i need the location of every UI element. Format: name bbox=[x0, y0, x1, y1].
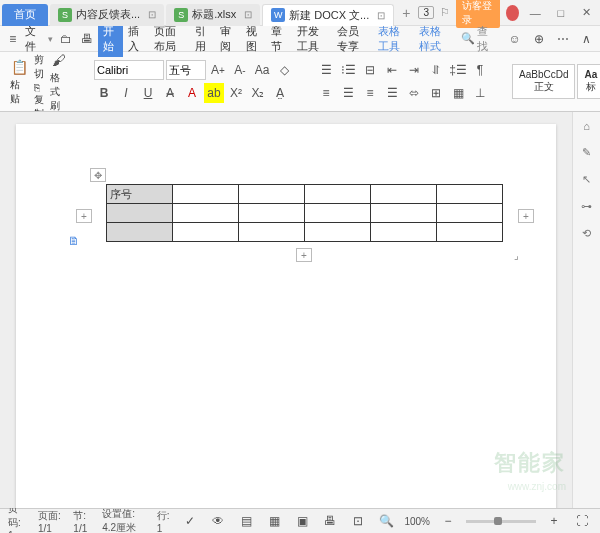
document-table[interactable]: 序号 bbox=[106, 184, 503, 242]
table-cell[interactable] bbox=[173, 204, 239, 223]
zoom-slider[interactable] bbox=[466, 520, 536, 523]
read-mode-icon[interactable]: 👁 bbox=[208, 511, 228, 531]
change-case-icon[interactable]: Aa bbox=[252, 60, 272, 80]
tab-review[interactable]: 审阅 bbox=[215, 21, 240, 57]
bold-button[interactable]: B bbox=[94, 83, 114, 103]
close-icon[interactable]: ⊡ bbox=[377, 10, 385, 21]
zoom-fit-icon[interactable]: ⊡ bbox=[348, 511, 368, 531]
tabs-button[interactable]: ⊥ bbox=[470, 83, 490, 103]
tab-section[interactable]: 章节 bbox=[266, 21, 291, 57]
fullscreen-icon[interactable]: ⛶ bbox=[572, 511, 592, 531]
borders-button[interactable]: ⊞ bbox=[426, 83, 446, 103]
strike-button[interactable]: A̶ bbox=[160, 83, 180, 103]
style-heading[interactable]: Aa 标 bbox=[577, 64, 600, 99]
message-icon[interactable]: ⚐ bbox=[440, 6, 450, 19]
app-menu-icon[interactable]: ≡ bbox=[4, 29, 21, 49]
table-cell[interactable] bbox=[239, 204, 305, 223]
format-painter-button[interactable]: 🖌 格式刷 bbox=[46, 52, 72, 112]
tab-file-1[interactable]: S 标题.xlsx ⊡ bbox=[166, 4, 260, 26]
table-move-handle[interactable]: ✥ bbox=[90, 168, 106, 182]
cursor-icon[interactable]: ↖ bbox=[582, 173, 591, 186]
style-normal[interactable]: AaBbCcDd 正文 bbox=[512, 64, 575, 99]
tab-file-2[interactable]: W 新建 DOCX 文... ⊡ bbox=[262, 4, 394, 26]
tab-home[interactable]: 首页 bbox=[2, 4, 48, 26]
tab-dev[interactable]: 开发工具 bbox=[292, 21, 333, 57]
outline-icon[interactable]: ▤ bbox=[236, 511, 256, 531]
zoom-search-icon[interactable]: 🔍 bbox=[376, 511, 396, 531]
minimize-button[interactable]: — bbox=[525, 7, 545, 19]
slider-icon[interactable]: ⊶ bbox=[581, 200, 592, 213]
tab-reference[interactable]: 引用 bbox=[190, 21, 215, 57]
close-icon[interactable]: ⊡ bbox=[244, 9, 252, 20]
table-cell[interactable] bbox=[173, 185, 239, 204]
table-cell[interactable] bbox=[173, 223, 239, 242]
add-tab-button[interactable]: + bbox=[394, 5, 418, 21]
page[interactable]: ✥ 🗎 序号 + + + ⌟ bbox=[16, 124, 556, 508]
table-cell[interactable]: 序号 bbox=[107, 185, 173, 204]
bullets-button[interactable]: ☰ bbox=[316, 60, 336, 80]
zoom-value[interactable]: 100% bbox=[404, 516, 430, 527]
avatar[interactable] bbox=[506, 5, 519, 21]
table-cell[interactable] bbox=[371, 185, 437, 204]
insert-left-handle[interactable]: + bbox=[76, 209, 92, 223]
clear-format-icon[interactable]: ◇ bbox=[274, 60, 294, 80]
file-menu[interactable]: 文件 bbox=[25, 24, 44, 54]
insert-right-handle[interactable]: + bbox=[518, 209, 534, 223]
zoom-out-button[interactable]: − bbox=[438, 511, 458, 531]
pencil-icon[interactable]: ✎ bbox=[582, 146, 591, 159]
table-row[interactable] bbox=[107, 204, 503, 223]
shrink-font-icon[interactable]: A- bbox=[230, 60, 250, 80]
refresh-icon[interactable]: ⟲ bbox=[582, 227, 591, 240]
tab-table-style[interactable]: 表格样式 bbox=[414, 21, 455, 57]
print-icon[interactable]: 🖶 bbox=[79, 29, 96, 49]
table-row[interactable]: 序号 bbox=[107, 185, 503, 204]
close-icon[interactable]: ⊡ bbox=[148, 9, 156, 20]
comment-icon[interactable]: 🗎 bbox=[68, 234, 80, 248]
maximize-button[interactable]: □ bbox=[551, 7, 571, 19]
table-cell[interactable] bbox=[305, 204, 371, 223]
grow-font-icon[interactable]: A+ bbox=[208, 60, 228, 80]
tab-insert[interactable]: 插入 bbox=[123, 21, 148, 57]
italic-button[interactable]: I bbox=[116, 83, 136, 103]
multilevel-button[interactable]: ⊟ bbox=[360, 60, 380, 80]
distribute-button[interactable]: ⬄ bbox=[404, 83, 424, 103]
share-icon[interactable]: ⊕ bbox=[530, 29, 548, 49]
table-row[interactable] bbox=[107, 223, 503, 242]
highlight-button[interactable]: ab bbox=[204, 83, 224, 103]
page-layout-icon[interactable]: ▦ bbox=[264, 511, 284, 531]
close-button[interactable]: ✕ bbox=[576, 6, 596, 19]
table-resize-handle[interactable]: ⌟ bbox=[508, 248, 524, 262]
zoom-in-button[interactable]: + bbox=[544, 511, 564, 531]
more-icon[interactable]: ⋯ bbox=[554, 29, 572, 49]
show-marks-button[interactable]: ¶ bbox=[470, 60, 490, 80]
tab-table-tools[interactable]: 表格工具 bbox=[373, 21, 414, 57]
table-cell[interactable] bbox=[437, 204, 503, 223]
font-name-select[interactable] bbox=[94, 60, 164, 80]
subscript-button[interactable]: X₂ bbox=[248, 83, 268, 103]
tab-view[interactable]: 视图 bbox=[241, 21, 266, 57]
collapse-icon[interactable]: ∧ bbox=[578, 29, 596, 49]
table-cell[interactable] bbox=[305, 185, 371, 204]
font-color-button[interactable]: A bbox=[182, 83, 202, 103]
align-right-button[interactable]: ≡ bbox=[360, 83, 380, 103]
insert-bottom-handle[interactable]: + bbox=[296, 248, 312, 262]
align-left-button[interactable]: ≡ bbox=[316, 83, 336, 103]
tab-vip[interactable]: 会员专享 bbox=[332, 21, 373, 57]
search-box[interactable]: 🔍 查找 bbox=[457, 24, 499, 54]
line-spacing-button[interactable]: ‡☰ bbox=[448, 60, 468, 80]
open-icon[interactable]: 🗀 bbox=[57, 29, 74, 49]
align-center-button[interactable]: ☰ bbox=[338, 83, 358, 103]
table-cell[interactable] bbox=[305, 223, 371, 242]
tab-start[interactable]: 开始 bbox=[98, 21, 123, 57]
phonetic-button[interactable]: A̤ bbox=[270, 83, 290, 103]
table-cell[interactable] bbox=[371, 223, 437, 242]
table-cell[interactable] bbox=[437, 185, 503, 204]
tab-layout[interactable]: 页面布局 bbox=[149, 21, 190, 57]
decrease-indent-button[interactable]: ⇤ bbox=[382, 60, 402, 80]
shading-button[interactable]: ▦ bbox=[448, 83, 468, 103]
table-cell[interactable] bbox=[107, 204, 173, 223]
underline-button[interactable]: U bbox=[138, 83, 158, 103]
table-cell[interactable] bbox=[239, 223, 305, 242]
tab-file-0[interactable]: S 内容反馈表... ⊡ bbox=[50, 4, 164, 26]
cloud-icon[interactable]: ⌂ bbox=[583, 120, 590, 132]
